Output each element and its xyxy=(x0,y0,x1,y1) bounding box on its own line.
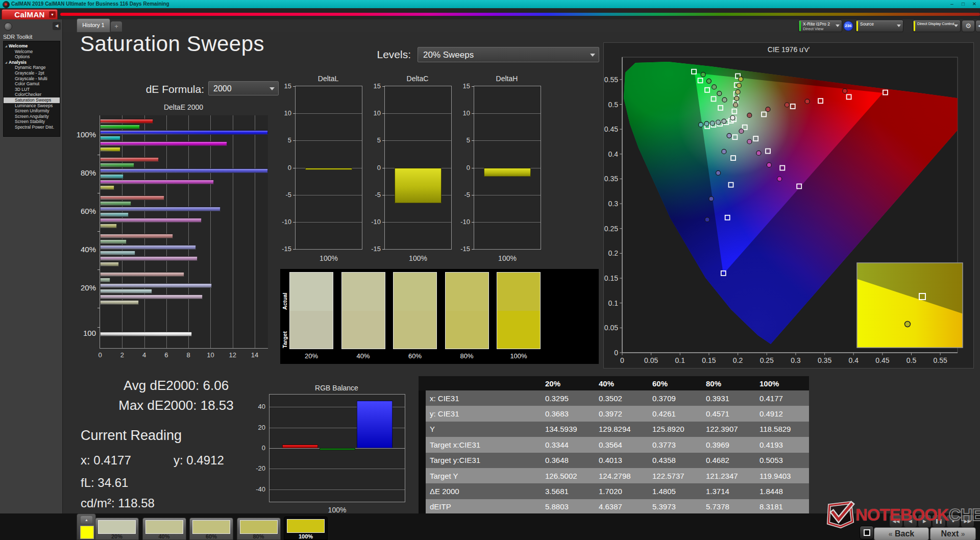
deltae-chart-title: DeltaE 2000 xyxy=(100,103,267,111)
axis-tick xyxy=(382,140,385,141)
cie-x-tick: 0.35 xyxy=(818,356,831,364)
axis-tick xyxy=(472,195,474,195)
sidebar-item-dynamic-range[interactable]: Dynamic Range xyxy=(4,65,60,70)
cie-y-tick: 0.2 xyxy=(608,249,619,257)
calman-logo-button[interactable]: CalMAN ▼ xyxy=(2,9,58,20)
level-tab-100[interactable]: 100% xyxy=(284,517,328,540)
tab-history-1[interactable]: History 1 xyxy=(77,18,110,32)
level-tab-swatch xyxy=(98,520,136,534)
cie-y-tick: 0.3 xyxy=(608,200,619,208)
axis-tick xyxy=(472,140,474,141)
rgb-y-tick: -20 xyxy=(249,464,265,472)
sidebar-item-analysis[interactable]: ◢Analysis xyxy=(4,60,60,65)
sidebar-item-welcome[interactable]: ◢Welcome xyxy=(4,43,60,49)
formula-select[interactable]: 2000 xyxy=(208,81,279,95)
deltae-bar-40-3 xyxy=(100,251,135,255)
deltaH-y-tick: 5 xyxy=(453,136,470,144)
sidebar-item-colorchecker[interactable]: ColorChecker xyxy=(4,92,60,97)
patch-preview-widget: ▲ xyxy=(77,513,96,540)
display-control-dropdown[interactable]: Direct Display Control xyxy=(913,20,961,32)
sidebar-item-screen-uniformity[interactable]: Screen Uniformity xyxy=(4,108,60,114)
target-label: Target xyxy=(282,341,288,348)
sidebar-item-3d-lut[interactable]: 3D LUT xyxy=(4,87,60,92)
sidebar-item-grayscale-2pt[interactable]: Grayscale - 2pt xyxy=(4,70,60,76)
sidebar-item-luminance-sweeps[interactable]: Luminance Sweeps xyxy=(4,103,60,109)
close-button[interactable]: ✕ xyxy=(969,0,980,8)
gridline xyxy=(474,113,541,114)
deltae-bar-20-2 xyxy=(100,283,212,288)
sidebar-radio-button[interactable] xyxy=(4,22,12,31)
swatch-target xyxy=(290,311,333,349)
rainbow-stripe xyxy=(60,13,980,16)
level-tab-20[interactable]: 20% xyxy=(95,518,139,540)
gridline xyxy=(296,222,362,223)
meter-count-badge[interactable]: 236 xyxy=(843,21,853,31)
cie-y-tick: 0.5 xyxy=(608,101,619,109)
level-tab-swatch xyxy=(192,520,230,534)
levels-value: 20% Sweeps xyxy=(423,50,474,60)
cie-x-tick: 0.3 xyxy=(791,356,801,364)
sidebar-item-grayscale-multi[interactable]: Grayscale - Multi xyxy=(4,76,60,82)
cie-measured-magenta xyxy=(747,139,752,144)
gridline xyxy=(296,113,362,114)
cie-y-tick: 0.05 xyxy=(604,324,618,332)
cell-value: 4.6387 xyxy=(595,499,648,514)
chevron-down-icon xyxy=(590,54,595,59)
sidebar-item-screen-angularity[interactable]: Screen Angularity xyxy=(4,114,60,119)
swatch-actual xyxy=(342,273,385,311)
deltae-chart: 100%80%60%40%20%10002468101214 xyxy=(100,115,268,349)
source-dropdown[interactable]: Source xyxy=(855,20,903,32)
reading-x: x: 0.4177 xyxy=(81,453,131,468)
swatch-80 xyxy=(445,272,489,349)
sidebar-item-spectral-power-dist[interactable]: Spectral Power Dist. xyxy=(4,125,60,130)
sidebar-item-color-gamut[interactable]: Color Gamut xyxy=(4,81,60,87)
sidebar-collapse-button[interactable]: ◀ xyxy=(53,22,61,30)
watermark-check: CHECK xyxy=(949,505,980,524)
sidebar-item-saturation-sweeps[interactable]: Saturation Sweeps xyxy=(4,97,60,103)
sidebar-item-screen-stability[interactable]: Screen Stability xyxy=(4,119,60,125)
cell-value: 119.9403 xyxy=(755,468,809,483)
add-tab-button[interactable]: + xyxy=(111,21,122,32)
rgb-y-tick: -40 xyxy=(249,485,265,493)
maximize-button[interactable]: □ xyxy=(958,0,969,8)
level-tab-80[interactable]: 80% xyxy=(237,518,281,540)
swatch-label: 40% xyxy=(341,352,385,360)
expand-up-button[interactable]: ▲ xyxy=(81,516,92,524)
deltaC-y-tick: -10 xyxy=(363,218,381,226)
meter-dropdown[interactable]: X-Rite i1Pro 2 Direct View xyxy=(798,20,842,32)
level-tab-label: 60% xyxy=(190,533,233,539)
axis-tick xyxy=(472,249,474,250)
sidebar-item-options[interactable]: Options xyxy=(4,54,60,60)
level-tab-40[interactable]: 40% xyxy=(142,518,186,540)
deltae-bar-40-2 xyxy=(100,245,196,250)
expander-icon: ◢ xyxy=(5,60,7,65)
sidebar-item-welcome[interactable]: Welcome xyxy=(4,49,60,55)
cell-value: 0.3773 xyxy=(648,437,702,452)
panel-collapse-button[interactable]: ◀ xyxy=(975,20,980,32)
row-label: x: CIE31 xyxy=(426,390,541,406)
deltaL-y-tick: 5 xyxy=(274,136,291,144)
level-tab-label: 40% xyxy=(143,533,186,539)
cie-measured-green xyxy=(706,79,711,83)
axis-tick xyxy=(293,113,296,114)
cie-measured-cyan xyxy=(722,119,726,124)
minimize-button[interactable]: – xyxy=(946,0,958,8)
rgb-y-tick: 40 xyxy=(249,403,265,410)
deltae-x-tick: 8 xyxy=(183,351,193,359)
cie-measured-yellow xyxy=(733,103,738,107)
levels-select[interactable]: 20% Sweeps xyxy=(418,47,599,62)
chevron-down-icon xyxy=(897,24,901,29)
cie-y-tick: 0 xyxy=(614,349,618,357)
settings-button[interactable]: ⚙ xyxy=(962,20,975,32)
logo-dropdown-icon[interactable]: ▼ xyxy=(49,11,56,18)
level-tab-swatch xyxy=(240,520,278,534)
deltaH-y-tick: -5 xyxy=(453,191,470,199)
axis-tick xyxy=(97,193,100,193)
level-tab-60[interactable]: 60% xyxy=(189,518,233,540)
axis-tick xyxy=(97,327,100,328)
cell-value: 0.3564 xyxy=(595,437,648,452)
max-de2000: Max dE2000: 18.53 xyxy=(77,398,276,413)
deltae-bar-100-0 xyxy=(100,332,192,336)
deltae-bar-60-1 xyxy=(100,201,131,206)
level-tab-label: 100% xyxy=(284,533,327,539)
